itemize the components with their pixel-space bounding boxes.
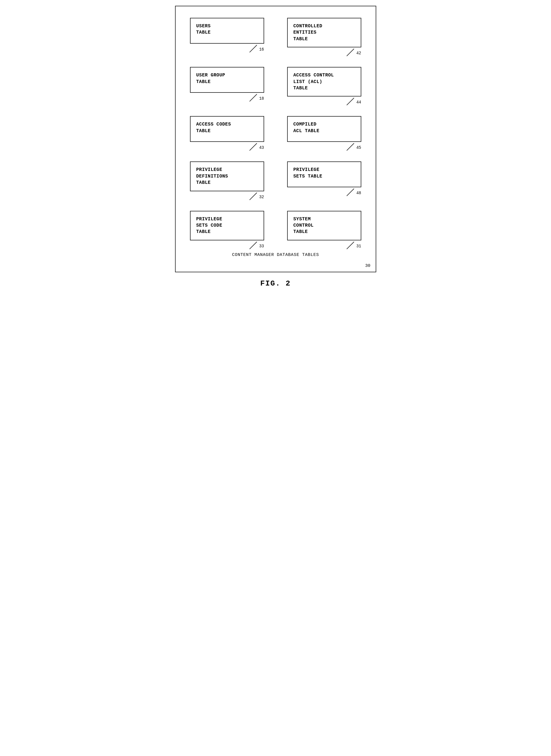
- access-codes-table-number-row: 43: [190, 142, 264, 150]
- users-table-number-row: 16: [190, 44, 264, 52]
- access-control-list-table: ACCESS CONTROLLIST (ACL)TABLE: [287, 67, 361, 97]
- access-codes-table-wrapper: ACCESS CODESTABLE43: [190, 116, 264, 150]
- compiled-acl-table-number: 45: [357, 145, 361, 150]
- user-group-table-label: USER GROUPTABLE: [196, 72, 225, 85]
- system-control-table-wrapper: SYSTEMCONTROLTABLE31: [287, 211, 361, 248]
- privilege-sets-table: PRIVILEGESETS TABLE: [287, 161, 361, 187]
- privilege-sets-code-table-slash-line: [249, 242, 257, 249]
- users-table-slash-line: [249, 45, 257, 53]
- system-control-table-number: 31: [357, 244, 361, 248]
- controlled-entities-table-number-row: 42: [287, 47, 361, 55]
- privilege-definitions-table-number-row: 32: [190, 191, 264, 199]
- users-table-label: USERSTABLE: [196, 23, 211, 36]
- privilege-sets-table-label: PRIVILEGESETS TABLE: [294, 167, 323, 180]
- compiled-acl-table: COMPILEDACL TABLE: [287, 116, 361, 142]
- tables-grid: USERSTABLE16CONTROLLEDENTITIESTABLE42USE…: [190, 18, 361, 248]
- controlled-entities-table-number: 42: [357, 51, 361, 55]
- privilege-sets-code-table-number: 33: [259, 244, 264, 248]
- privilege-definitions-table-number: 32: [259, 195, 264, 199]
- system-control-table-number-row: 31: [287, 240, 361, 248]
- privilege-sets-code-table: PRIVILEGESETS CODETABLE: [190, 211, 264, 240]
- privilege-sets-code-table-label: PRIVILEGESETS CODETABLE: [196, 216, 222, 235]
- access-codes-table-label: ACCESS CODESTABLE: [196, 121, 231, 134]
- diagram-label: CONTENT MANAGER DATABASE TABLES: [190, 252, 361, 257]
- user-group-table-number: 18: [259, 96, 264, 101]
- privilege-sets-table-slash-line: [346, 188, 354, 196]
- controlled-entities-table: CONTROLLEDENTITIESTABLE: [287, 18, 361, 47]
- privilege-sets-table-number-row: 48: [287, 187, 361, 195]
- privilege-definitions-table-wrapper: PRIVILEGEDEFINITIONSTABLE32: [190, 161, 264, 199]
- system-control-table: SYSTEMCONTROLTABLE: [287, 211, 361, 240]
- outer-number: 30: [365, 263, 370, 268]
- user-group-table-slash-line: [249, 94, 257, 102]
- access-control-list-table-wrapper: ACCESS CONTROLLIST (ACL)TABLE44: [287, 67, 361, 105]
- page-container: USERSTABLE16CONTROLLEDENTITIESTABLE42USE…: [175, 6, 376, 288]
- compiled-acl-table-number-row: 45: [287, 142, 361, 150]
- access-codes-table-number: 43: [259, 145, 264, 150]
- access-control-list-table-slash-line: [346, 98, 354, 105]
- access-control-list-table-number: 44: [357, 100, 361, 105]
- privilege-definitions-table: PRIVILEGEDEFINITIONSTABLE: [190, 161, 264, 191]
- access-control-list-table-label: ACCESS CONTROLLIST (ACL)TABLE: [294, 72, 334, 91]
- system-control-table-slash-line: [346, 242, 354, 249]
- system-control-table-label: SYSTEMCONTROLTABLE: [294, 216, 314, 235]
- privilege-sets-table-wrapper: PRIVILEGESETS TABLE48: [287, 161, 361, 199]
- compiled-acl-table-wrapper: COMPILEDACL TABLE45: [287, 116, 361, 150]
- compiled-acl-table-slash-line: [346, 143, 354, 151]
- privilege-sets-code-table-number-row: 33: [190, 240, 264, 248]
- privilege-sets-code-table-wrapper: PRIVILEGESETS CODETABLE33: [190, 211, 264, 248]
- users-table-number: 16: [259, 47, 264, 52]
- diagram-outer: USERSTABLE16CONTROLLEDENTITIESTABLE42USE…: [175, 6, 376, 272]
- user-group-table-wrapper: USER GROUPTABLE18: [190, 67, 264, 105]
- controlled-entities-table-wrapper: CONTROLLEDENTITIESTABLE42: [287, 18, 361, 55]
- privilege-sets-table-number: 48: [357, 191, 361, 195]
- access-codes-table: ACCESS CODESTABLE: [190, 116, 264, 142]
- fig-label: FIG. 2: [175, 279, 376, 288]
- users-table: USERSTABLE: [190, 18, 264, 44]
- privilege-definitions-table-label: PRIVILEGEDEFINITIONSTABLE: [196, 167, 228, 186]
- user-group-table-number-row: 18: [190, 93, 264, 101]
- users-table-wrapper: USERSTABLE16: [190, 18, 264, 55]
- controlled-entities-table-label: CONTROLLEDENTITIESTABLE: [294, 23, 323, 42]
- access-control-list-table-number-row: 44: [287, 97, 361, 105]
- privilege-definitions-table-slash-line: [249, 192, 257, 200]
- user-group-table: USER GROUPTABLE: [190, 67, 264, 93]
- controlled-entities-table-slash-line: [346, 49, 354, 56]
- compiled-acl-table-label: COMPILEDACL TABLE: [294, 121, 320, 134]
- access-codes-table-slash-line: [249, 143, 257, 151]
